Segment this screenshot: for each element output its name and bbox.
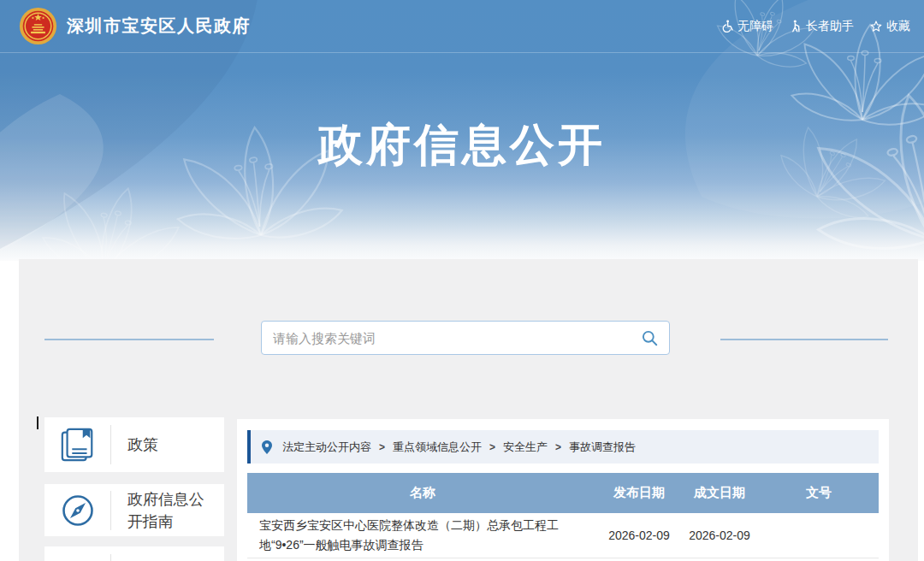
sidebar: 政策 政府信息公开指南: [44, 417, 224, 561]
elder-person-icon: [790, 20, 802, 32]
table-header-row: 名称 发布日期 成文日期 文号: [247, 473, 879, 513]
decor-line-right: [720, 339, 888, 340]
column-header-name: 名称: [247, 485, 598, 501]
content-area: 政策 政府信息公开指南: [19, 259, 918, 561]
page: 深圳市宝安区人民政府 无障碍 长者助手: [0, 0, 924, 561]
wheelchair-icon: [720, 20, 733, 32]
book-icon: [44, 426, 110, 464]
column-header-publish-date: 发布日期: [598, 485, 680, 501]
compass-icon: [44, 493, 110, 528]
text-cursor-artifact: [37, 416, 38, 429]
search-box: [261, 321, 670, 355]
written-date: 2026-02-09: [680, 529, 759, 542]
column-header-doc-number: 文号: [759, 485, 879, 501]
sidebar-item-gov-information[interactable]: 政府信息: [44, 546, 224, 561]
breadcrumb: 法定主动公开内容 > 重点领域信息公开 > 安全生产 > 事故调查报告: [247, 430, 879, 464]
top-link-label: 长者助手: [806, 19, 854, 34]
search-input[interactable]: [262, 322, 630, 354]
top-link-label: 无障碍: [737, 19, 773, 34]
national-emblem-logo: [19, 7, 57, 45]
sidebar-item-label: 政策: [111, 434, 163, 456]
folder-icon: [44, 555, 110, 561]
location-pin-icon: [262, 440, 272, 454]
elder-assistant-link[interactable]: 长者助手: [790, 19, 854, 34]
site-title: 深圳市宝安区人民政府: [67, 15, 251, 38]
decor-line-left: [44, 339, 214, 340]
sidebar-item-disclosure-guide[interactable]: 政府信息公开指南: [44, 484, 224, 536]
top-header-bar: 深圳市宝安区人民政府 无障碍 长者助手: [0, 0, 924, 53]
table-row: 宝安西乡宝安区中心医院整体改造（二期）总承包工程工地“9•26”一般触电事故调查…: [247, 513, 879, 558]
sidebar-item-policy[interactable]: 政策: [44, 417, 224, 472]
search-icon: [642, 330, 658, 346]
sidebar-item-label: 政府信息公开指南: [111, 488, 224, 533]
breadcrumb-separator: >: [489, 441, 495, 453]
search-button[interactable]: [630, 322, 669, 354]
breadcrumb-item-accident-reports: 事故调查报告: [569, 440, 636, 455]
star-icon: [870, 21, 882, 32]
publish-date: 2026-02-09: [598, 529, 680, 542]
top-link-label: 收藏: [886, 19, 910, 34]
breadcrumb-separator: >: [555, 441, 561, 453]
top-links: 无障碍 长者助手 收藏: [720, 19, 914, 34]
main-panel: 法定主动公开内容 > 重点领域信息公开 > 安全生产 > 事故调查报告 名称 发…: [237, 419, 889, 561]
hero-banner: 深圳市宝安区人民政府 无障碍 长者助手: [0, 0, 924, 261]
site-brand[interactable]: 深圳市宝安区人民政府: [19, 7, 251, 45]
column-header-written-date: 成文日期: [680, 485, 759, 501]
report-title-link[interactable]: 宝安西乡宝安区中心医院整体改造（二期）总承包工程工地“9•26”一般触电事故调查…: [247, 516, 598, 555]
report-table: 名称 发布日期 成文日期 文号 宝安西乡宝安区中心医院整体改造（二期）总承包工程…: [247, 473, 879, 561]
breadcrumb-item-work-safety[interactable]: 安全生产: [503, 440, 548, 455]
breadcrumb-separator: >: [379, 441, 385, 453]
accessibility-link[interactable]: 无障碍: [720, 19, 773, 34]
divider: [110, 554, 111, 561]
breadcrumb-item-key-areas[interactable]: 重点领域信息公开: [393, 440, 482, 455]
breadcrumb-item-statutory-disclosure[interactable]: 法定主动公开内容: [282, 440, 371, 455]
favorite-link[interactable]: 收藏: [870, 19, 910, 34]
page-title: 政府信息公开: [0, 115, 924, 175]
